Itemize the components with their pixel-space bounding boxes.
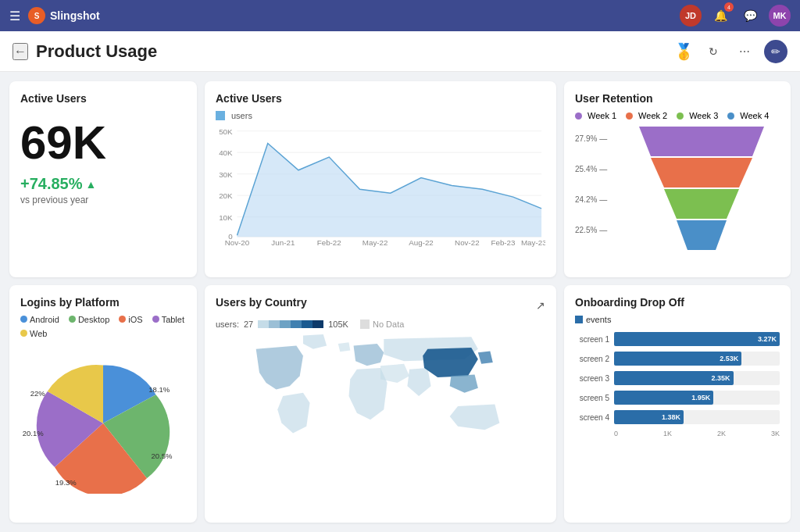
events-dot	[575, 316, 583, 323]
expand-icon[interactable]: ↗	[536, 299, 545, 312]
funnel-label-3: 24.2% —	[575, 195, 617, 204]
axis-3k: 3K	[771, 430, 780, 437]
screen-label: screen 3	[575, 374, 609, 383]
screen-bar-value: 2.53K	[720, 355, 738, 362]
svg-text:20.1%: 20.1%	[23, 429, 45, 437]
funnel-label-4: 22.5% —	[575, 226, 617, 234]
screen-bars: screen 1 3.27K screen 2 2.53K screen 3 2…	[575, 332, 780, 424]
notifications-wrapper[interactable]: 🔔 4	[709, 5, 731, 27]
screen-bar-wrap: 1.38K	[614, 410, 780, 424]
retention-legend-week2: Week 2	[626, 111, 667, 120]
screen-bar-value: 3.27K	[758, 335, 777, 343]
svg-marker-24	[677, 220, 727, 250]
logins-platform-title: Logins by Platform	[20, 296, 186, 309]
country-range: users: 27 105K No Data	[216, 320, 545, 329]
svg-text:Nov-20: Nov-20	[225, 238, 250, 247]
screen-bar-wrap: 2.35K	[614, 371, 780, 385]
users-legend-color	[216, 111, 225, 120]
logo-icon: S	[28, 7, 45, 24]
retention-legend-week3: Week 3	[677, 111, 718, 120]
screen-bar-wrap: 3.27K	[614, 332, 780, 346]
page-title: Product Usage	[36, 41, 666, 62]
axis-2k: 2K	[717, 430, 726, 437]
ios-dot	[119, 316, 126, 323]
user-retention-card: User Retention Week 1 Week 2 Week 3 Week…	[564, 81, 791, 277]
rb4	[291, 320, 302, 328]
no-data-label: No Data	[360, 320, 404, 329]
country-header: Users by Country ↗	[216, 296, 545, 315]
rb5	[302, 320, 312, 328]
more-button[interactable]: ⋯	[733, 40, 756, 63]
kpi-triangle-icon: ▲	[86, 178, 97, 191]
week3-dot	[677, 112, 684, 120]
world-map-svg	[216, 329, 545, 450]
svg-text:Nov-22: Nov-22	[455, 238, 480, 247]
no-data-square	[360, 320, 370, 329]
funnel-labels: 27.9% — 25.4% — 24.2% — 22.5% —	[575, 127, 617, 234]
range-bar	[258, 320, 323, 328]
screen-label: screen 4	[575, 413, 609, 422]
screen-bar: 2.35K	[614, 371, 734, 385]
screen-bar: 3.27K	[614, 332, 780, 346]
active-users-kpi-title: Active Users	[20, 92, 186, 105]
user-avatar-2[interactable]: MK	[769, 5, 791, 27]
onboarding-legend: events	[575, 315, 780, 324]
back-button[interactable]: ←	[12, 43, 28, 60]
brand-logo: S Slingshot	[28, 7, 100, 24]
screen-row: screen 3 2.35K	[575, 371, 780, 385]
retention-legend-week1: Week 1	[575, 111, 616, 120]
range-max: 105K	[328, 320, 348, 329]
edit-button[interactable]: ✏	[764, 40, 788, 63]
svg-text:10K: 10K	[219, 213, 233, 222]
android-legend: Android	[20, 315, 59, 324]
svg-text:30K: 30K	[219, 170, 233, 179]
ob-axis: 0 1K 2K 3K	[575, 430, 780, 437]
funnel-label-1: 27.9% —	[575, 134, 617, 143]
screen-label: screen 5	[575, 394, 609, 402]
screen-bar-value: 1.38K	[662, 413, 680, 421]
users-country-title: Users by Country	[216, 296, 307, 309]
screen-bar-value: 1.95K	[691, 394, 710, 402]
users-country-card: Users by Country ↗ users: 27 105K No Dat…	[205, 285, 556, 523]
week4-label: Week 4	[740, 111, 769, 120]
svg-text:50K: 50K	[219, 127, 233, 136]
retention-legend-week4: Week 4	[727, 111, 769, 120]
screen-bar: 1.95K	[614, 391, 713, 405]
screen-bar-wrap: 2.53K	[614, 352, 780, 366]
svg-text:18.1%: 18.1%	[148, 386, 170, 395]
svg-text:Feb-23: Feb-23	[491, 238, 516, 247]
desktop-legend: Desktop	[69, 315, 109, 324]
svg-text:40K: 40K	[219, 148, 233, 157]
screen-row: screen 5 1.95K	[575, 391, 780, 405]
axis-0: 0	[614, 430, 618, 437]
user-retention-title: User Retention	[575, 92, 780, 105]
topnav-icons: JD 🔔 4 💬 MK	[680, 5, 791, 27]
svg-marker-22	[651, 158, 752, 187]
svg-text:20.5%: 20.5%	[151, 452, 173, 460]
desktop-dot	[69, 316, 76, 323]
active-users-chart-title: Active Users	[216, 92, 545, 105]
rb1	[258, 320, 269, 328]
funnel-container: 27.9% — 25.4% — 24.2% — 22.5% —	[575, 127, 780, 252]
active-users-chart-card: Active Users users 50K 40K 30K 20K 10K 0	[205, 81, 556, 277]
dashboard: Active Users 69K +74.85% ▲ vs previous y…	[0, 72, 800, 532]
svg-text:20K: 20K	[219, 191, 233, 200]
week2-dot	[626, 112, 633, 120]
svg-text:19.3%: 19.3%	[55, 478, 77, 487]
pie-chart-svg: 18.1% 20.5% 19.3% 20.1% 22%	[20, 345, 186, 494]
refresh-button[interactable]: ↻	[702, 40, 725, 63]
chat-icon[interactable]: 💬	[739, 5, 761, 27]
rb6	[312, 320, 323, 328]
rb3	[280, 320, 291, 328]
line-chart-svg: 50K 40K 30K 20K 10K 0 Nov-20 Jun-21 Feb-…	[216, 120, 545, 247]
active-users-kpi-card: Active Users 69K +74.85% ▲ vs previous y…	[9, 81, 197, 277]
week1-label: Week 1	[588, 111, 616, 120]
events-label: events	[586, 315, 611, 324]
no-data-text: No Data	[373, 320, 404, 329]
android-dot	[20, 316, 27, 323]
hamburger-menu[interactable]: ☰	[9, 9, 20, 23]
notification-badge: 4	[724, 2, 734, 12]
screen-bar: 2.53K	[614, 352, 741, 366]
user-avatar-1[interactable]: JD	[680, 5, 702, 27]
axis-1k: 1K	[663, 430, 672, 437]
